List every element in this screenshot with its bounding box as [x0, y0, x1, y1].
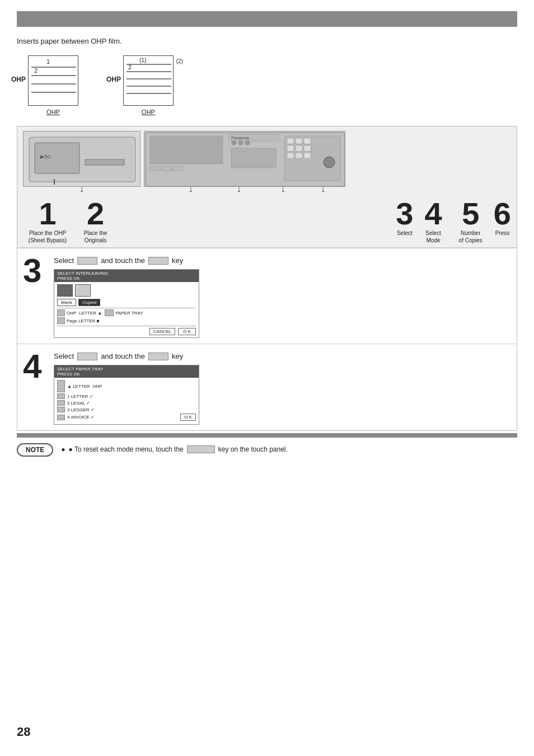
step-4-title-suffix: key: [172, 352, 183, 360]
step-4-ok-btn[interactable]: O K: [180, 414, 196, 421]
machine-arrow-4: ↓: [237, 184, 241, 194]
step-3-blank-copied-row: Blank Copied: [57, 299, 196, 306]
ohp-bottom-label-2: OHP: [142, 109, 155, 115]
step-4-row-1-text: 1 LETTER ✓: [67, 394, 93, 399]
step-3-screen-body: Blank Copied OHP LETTER ▲ PAPER TRAY: [54, 282, 199, 337]
step-3-title-prefix: Select: [54, 256, 74, 265]
ohp-label-1: OHP: [11, 76, 26, 83]
svg-rect-38: [172, 166, 182, 171]
step-3-key-icon: [77, 257, 97, 265]
machine-arrow-5: ↓: [280, 184, 285, 194]
svg-rect-30: [304, 153, 311, 158]
step-3-title-middle: and touch the: [101, 256, 145, 265]
svg-point-35: [245, 140, 250, 145]
ohp-diagrams: OHP 1 2 OHP OHP: [28, 55, 517, 106]
step-3-big-num: 3: [23, 254, 54, 288]
step-label-2: Place theOriginals: [74, 229, 116, 244]
svg-text:2: 2: [128, 64, 132, 71]
step-num-3: 3: [396, 198, 413, 229]
step-4-title-prefix: Select: [54, 352, 74, 360]
step-group-2: 2 Place theOriginals: [74, 198, 116, 244]
step-group-5: 5 Numberof Copies: [459, 198, 483, 244]
step-4-row-0: ▲ LETTER OHP: [57, 380, 196, 392]
step-3-divider: [57, 308, 196, 308]
svg-rect-26: [296, 145, 302, 151]
svg-rect-29: [296, 153, 302, 158]
step-3-title-suffix: key: [172, 256, 183, 265]
svg-text:2: 2: [34, 67, 38, 74]
step-3-cancel-btn[interactable]: CANCEL: [149, 328, 175, 335]
page-number: 28: [17, 725, 30, 739]
intro-text: Inserts paper between OHP film.: [17, 37, 517, 45]
ohp-box-1: 1 2 OHP: [28, 55, 78, 106]
step-3-ohp-text: OHP: [67, 311, 76, 316]
step-4-title: Select and touch the key: [54, 352, 509, 360]
step-3-page-icon: [57, 317, 65, 324]
step-4-row-1: 1 LETTER ✓: [57, 393, 196, 399]
left-machine-image: ▶BC ↓: [23, 131, 140, 187]
note-badge: NOTE: [17, 443, 53, 457]
step-4-content: Select and touch the key SELECT PAPER TR…: [54, 350, 509, 425]
machines-row: ▶BC ↓ Panasonic: [17, 126, 517, 189]
svg-rect-28: [287, 153, 294, 158]
step-3-content: Select and touch the key SELECT INTERLEA…: [54, 254, 509, 338]
step-3-screen: SELECT INTERLEAVINGPRESS OK Blank Copied: [54, 269, 199, 338]
step-4-row-0-text: ▲ LETTER OHP: [67, 384, 102, 389]
ohp-diagram-1: OHP 1 2 OHP: [28, 55, 78, 106]
step-group-4: 4 SelectMode: [424, 198, 442, 244]
step-4-screen-body: ▲ LETTER OHP 1 LETTER ✓ 2 LEGAL ✓: [54, 378, 199, 424]
machine-arrow: ↓: [79, 184, 84, 194]
step-3-ohp-row: OHP LETTER ▲ PAPER TRAY: [57, 309, 196, 316]
bottom-section: NOTE ● ● To reset each mode menu, touch …: [17, 433, 517, 462]
machines-and-steps: ▶BC ↓ Panasonic: [17, 126, 517, 248]
ohp-extra-label: (2): [176, 58, 183, 64]
steps-1-2: 1 Place the OHP(Sheet Bypass) 2 Place th…: [25, 198, 116, 244]
step-3-page-text: Page LETTER ■: [67, 318, 100, 323]
steps-5-6: 5 Numberof Copies 6 Press: [459, 198, 511, 244]
step-3-copied-btn[interactable]: Copied: [78, 299, 100, 306]
ohp-diagram-2: OHP (1) 2 (2) OHP: [123, 55, 174, 106]
step-label-3: Select: [397, 229, 413, 237]
step-3-blank-btn[interactable]: Blank: [57, 299, 76, 306]
step-group-6: 6 Press: [494, 198, 511, 244]
step-label-6: Press: [495, 229, 510, 237]
step-3-ok-btn[interactable]: O K: [178, 328, 196, 335]
step-4-row-2: 2 LEGAL ✓: [57, 400, 196, 406]
step-3-divider-2: [57, 326, 196, 326]
note-bullet: ●: [61, 445, 65, 453]
step-label-4: SelectMode: [425, 229, 441, 244]
step-4-key-icon: [77, 353, 97, 360]
ohp-diagram-svg-1: 1 2: [29, 56, 79, 106]
step-3-action-row: CANCEL O K: [57, 328, 196, 335]
right-machine-image: Panasonic: [144, 131, 345, 187]
step-4-screen-header: SELECT PAPER TRAYPRESS OK: [54, 365, 199, 378]
step-3-paper-tray-icon: [105, 309, 114, 316]
step-3-paper-tray-text: PAPER TRAY: [115, 311, 143, 316]
step-4-row-4: 4 INVOICE ✓ O K: [57, 414, 196, 421]
left-machine-svg: ▶BC: [24, 132, 141, 187]
page-wrapper: Inserts paper between OHP film. OHP 1 2 …: [0, 0, 534, 756]
step-group-1: 1 Place the OHP(Sheet Bypass): [25, 198, 70, 244]
step-4-detail: 4 Select and touch the key SELECT PAPER …: [17, 344, 517, 430]
bottom-bar: [17, 433, 517, 438]
step-group-3: 3 Select: [396, 198, 413, 244]
step-num-2: 2: [87, 198, 104, 229]
steps-3-4: 3 Select 4 SelectMode: [396, 198, 442, 244]
step-num-4: 4: [424, 198, 442, 229]
step-4-ok-icon: [148, 353, 168, 360]
step-4-title-middle: and touch the: [101, 352, 145, 360]
note-cancel-key-icon: [187, 445, 215, 453]
step-4-row-4-text: 4 INVOICE ✓: [67, 415, 95, 420]
note-text-after: key on the touch panel.: [218, 445, 288, 453]
step-num-6: 6: [494, 198, 511, 229]
machine-arrow-6: ↓: [321, 184, 325, 194]
step-4-row-3-text: 3 LEDGER ✓: [67, 407, 95, 412]
step-numbers-row: 1 Place the OHP(Sheet Bypass) 2 Place th…: [17, 189, 517, 248]
step-3-icon-row: [57, 284, 196, 297]
svg-point-33: [232, 140, 236, 145]
svg-point-34: [238, 140, 243, 145]
ohp-bottom-label-1: OHP: [46, 109, 60, 115]
step-4-big-num: 4: [23, 350, 54, 383]
svg-text:▶BC: ▶BC: [40, 154, 51, 159]
step-label-1: Place the OHP(Sheet Bypass): [25, 229, 70, 244]
